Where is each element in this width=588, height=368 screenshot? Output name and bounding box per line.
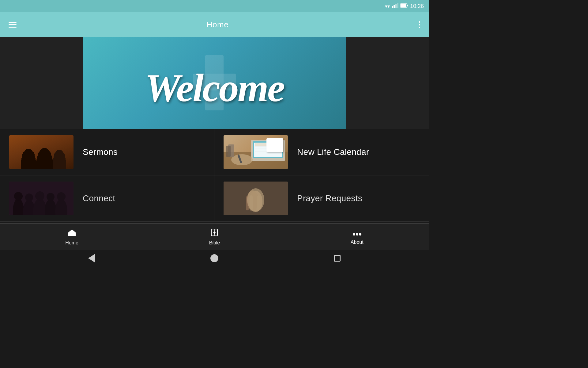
svg-rect-6 <box>407 5 408 6</box>
sermons-image <box>9 135 74 169</box>
svg-point-48 <box>353 233 355 236</box>
home-nav-label: Home <box>65 240 78 246</box>
hamburger-button[interactable] <box>6 19 19 30</box>
recents-button[interactable] <box>334 255 341 262</box>
home-icon <box>210 254 218 262</box>
svg-point-18 <box>231 154 253 165</box>
bible-nav-icon <box>210 228 219 238</box>
more-options-button[interactable] <box>416 19 423 31</box>
nav-bible[interactable]: Bible <box>197 225 232 249</box>
calendar-label: New Life Calendar <box>297 147 369 157</box>
back-icon <box>88 254 95 263</box>
prayer-card[interactable]: Prayer Requests <box>214 175 429 222</box>
svg-point-49 <box>356 233 358 236</box>
sermons-label: Sermons <box>83 147 118 157</box>
svg-point-50 <box>359 233 361 236</box>
svg-rect-3 <box>397 3 398 8</box>
svg-rect-5 <box>401 4 406 7</box>
prayer-image <box>224 182 288 215</box>
bottom-nav: Home Bible About <box>0 223 429 250</box>
svg-rect-1 <box>394 5 395 8</box>
welcome-banner-wrapper: Welcome <box>0 37 429 129</box>
battery-icon <box>400 3 408 9</box>
back-button[interactable] <box>88 254 95 263</box>
svg-rect-12 <box>255 143 282 146</box>
status-icons: ▾▾ 10:26 <box>385 3 424 10</box>
svg-rect-2 <box>395 4 397 8</box>
main-content: Welcome Sermons <box>0 37 429 236</box>
svg-rect-43 <box>71 234 73 236</box>
system-nav <box>0 250 429 266</box>
about-nav-label: About <box>351 240 364 245</box>
home-nav-icon <box>68 228 76 238</box>
svg-rect-0 <box>392 6 393 8</box>
welcome-banner: Welcome <box>83 37 346 129</box>
calendar-image <box>224 135 288 169</box>
app-title: Home <box>207 20 228 29</box>
recents-icon <box>334 255 341 262</box>
calendar-card[interactable]: New Life Calendar <box>214 129 429 175</box>
svg-point-42 <box>247 188 264 212</box>
nav-about[interactable]: About <box>338 226 376 248</box>
svg-rect-21 <box>226 146 231 157</box>
cards-grid: Sermons <box>0 129 429 222</box>
app-bar: Home <box>0 12 429 37</box>
calendar-svg <box>224 135 288 169</box>
connect-label: Connect <box>83 194 115 203</box>
connect-card[interactable]: Connect <box>0 175 214 222</box>
home-button[interactable] <box>210 254 218 262</box>
sermons-card[interactable]: Sermons <box>0 129 214 175</box>
prayer-label: Prayer Requests <box>297 194 362 203</box>
calendar-thumbnail <box>224 135 288 169</box>
prayer-svg <box>224 182 288 215</box>
prayer-thumbnail <box>224 182 288 215</box>
sermons-thumbnail <box>9 135 74 169</box>
wifi-icon: ▾▾ <box>385 3 390 9</box>
status-bar: ▾▾ 10:26 <box>0 0 429 12</box>
connect-image <box>9 182 74 215</box>
about-nav-icon <box>352 229 362 238</box>
bible-nav-label: Bible <box>209 240 220 246</box>
status-time: 10:26 <box>410 3 424 10</box>
connect-svg <box>9 182 74 215</box>
svg-point-17 <box>270 146 273 149</box>
signal-icon <box>392 3 398 10</box>
connect-thumbnail <box>9 182 74 215</box>
svg-rect-33 <box>9 182 74 215</box>
nav-home[interactable]: Home <box>53 225 91 249</box>
